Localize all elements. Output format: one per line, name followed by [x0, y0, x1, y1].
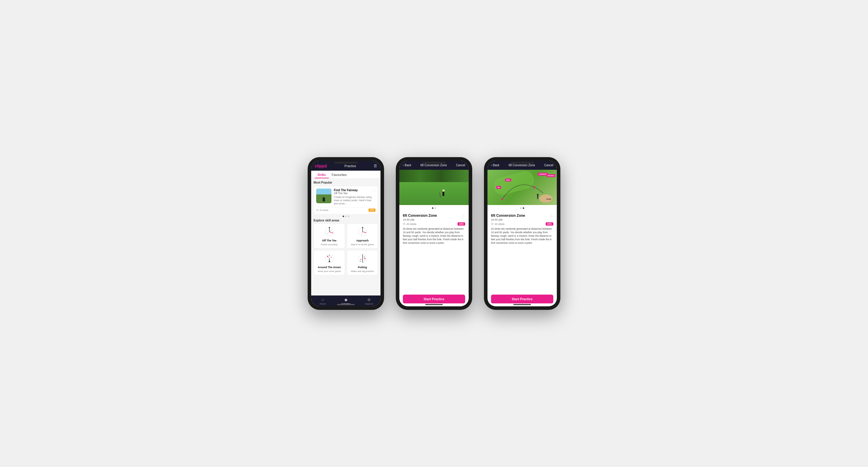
- card-inner: Find The Fairway Off The Tee Create an i…: [316, 189, 375, 205]
- dot-3: [348, 215, 349, 217]
- tab-drills[interactable]: Drills: [315, 171, 329, 178]
- menu-icon[interactable]: ☰: [374, 164, 377, 168]
- image-dots: [399, 206, 469, 209]
- drill-title-row: 6ft Conversion Zone ☆: [403, 213, 465, 218]
- card-footer: ⏱ 10 shots OTT: [316, 207, 375, 212]
- fairway: [399, 182, 469, 205]
- svg-point-26: [501, 198, 503, 200]
- tabs-bar: Drills Favourites: [311, 171, 380, 178]
- start-practice-button[interactable]: Start Practice: [491, 295, 553, 303]
- golf-photo-scene: [399, 170, 469, 205]
- golfer-figure: [442, 190, 445, 198]
- cancel-button[interactable]: Cancel: [456, 164, 465, 167]
- nav-capture-label: Capture: [365, 302, 373, 305]
- drill-range: 10-50 yds: [403, 218, 465, 221]
- map-player: [536, 194, 539, 199]
- svg-line-18: [328, 257, 330, 259]
- most-popular-title: Most Popular: [313, 181, 378, 184]
- back-chevron: ‹: [403, 164, 404, 167]
- off-the-tee-icon: [323, 226, 336, 238]
- skill-card-putting[interactable]: Putting Make and lag practice: [347, 250, 378, 275]
- drill-title: 6ft Conversion Zone: [403, 213, 437, 218]
- skill-desc-ott: Power accuracy: [321, 243, 338, 246]
- back-button[interactable]: ‹ Back: [491, 164, 499, 167]
- svg-line-30: [538, 198, 538, 199]
- practice-content: Most Popular ☆ Find The Fairway Off The …: [311, 178, 380, 296]
- drill-title: 6ft Conversion Zone: [491, 213, 525, 218]
- skill-desc-atg: Hone your short game: [318, 270, 341, 273]
- phone-notch: [334, 162, 358, 164]
- drill-subtitle: Off The Tee: [334, 192, 375, 195]
- skill-name-atg: Around The Green: [318, 266, 341, 269]
- home-bar: [513, 304, 531, 305]
- svg-point-24: [360, 261, 361, 262]
- img-dot-2: [523, 207, 524, 209]
- nav-home[interactable]: ⌂ Home: [311, 297, 334, 305]
- sand-tag: SAND: [545, 198, 552, 201]
- shots-info: ⏱ 10 shots: [316, 209, 328, 211]
- golfer-figure: [322, 197, 325, 201]
- rough-tag: ROUGH: [547, 174, 555, 177]
- drill-detail-content: 6ft Conversion Zone ☆ 10-50 yds ⏱ 20 sho…: [399, 210, 469, 295]
- img-dot-1: [432, 207, 433, 209]
- player-head: [442, 190, 444, 192]
- atg-icon: [323, 253, 336, 265]
- tab-favourites[interactable]: Favourites: [329, 171, 350, 178]
- drill-title-row: 6ft Conversion Zone ☆: [491, 213, 553, 218]
- svg-line-3: [327, 232, 330, 234]
- player-body: [442, 192, 444, 196]
- skill-card-approach[interactable]: Approach Dial-in to hit the green: [347, 224, 378, 248]
- skill-name-putting: Putting: [358, 266, 367, 269]
- image-dots: [488, 206, 557, 209]
- svg-point-17: [329, 255, 330, 256]
- activities-icon: ◈: [344, 297, 348, 302]
- svg-line-9: [363, 232, 366, 233]
- phone-notch: [510, 162, 534, 164]
- svg-line-5: [330, 232, 333, 233]
- nav-capture[interactable]: ⊕ Capture: [357, 297, 380, 305]
- shots-info: ⏱ 20 shots: [403, 223, 416, 226]
- skill-desc-approach: Dial-in to hit the green: [351, 243, 374, 246]
- drill-description-text: 20 shots are randomly generated at dista…: [491, 227, 553, 245]
- img-dot-2: [435, 207, 436, 209]
- shots-count: 20 shots: [406, 223, 416, 226]
- header-title: Practice: [344, 164, 356, 168]
- back-chevron: ‹: [491, 164, 492, 167]
- phone-notch: [422, 162, 446, 164]
- cancel-button[interactable]: Cancel: [544, 164, 553, 167]
- svg-point-7: [362, 227, 363, 228]
- svg-rect-28: [537, 196, 538, 198]
- svg-point-13: [329, 261, 330, 262]
- clock-icon: ⏱: [403, 223, 405, 226]
- phone-3: ‹ Back 6ft Conversion Zone Cancel FAIR: [484, 157, 560, 310]
- favourite-star-icon[interactable]: ☆: [462, 213, 465, 218]
- skill-card-off-the-tee[interactable]: Off The Tee Power accuracy: [313, 224, 345, 248]
- start-practice-button[interactable]: Start Practice: [403, 295, 465, 303]
- svg-line-4: [330, 230, 332, 232]
- carousel-dots: [313, 215, 378, 217]
- trees-background: [399, 170, 469, 184]
- hit-tag: Hit: [496, 186, 501, 189]
- phone-2-screen: ‹ Back 6ft Conversion Zone Cancel: [399, 161, 469, 306]
- drill-description: Create an imaginary fairway using trees …: [334, 196, 375, 205]
- back-button[interactable]: ‹ Back: [403, 164, 411, 167]
- explore-title: Explore skill areas: [313, 219, 378, 222]
- drill-category-tag: ARG: [458, 222, 465, 226]
- capture-icon: ⊕: [367, 297, 371, 302]
- skill-card-atg[interactable]: Around The Green Hone your short game: [313, 250, 345, 275]
- drill-category-tag: ARG: [546, 222, 553, 226]
- golf-scene: [316, 189, 332, 203]
- drill-photo: [399, 170, 469, 205]
- drill-shots-row: ⏱ 20 shots ARG: [491, 222, 553, 226]
- featured-drill-card[interactable]: ☆ Find The Fairway Off The Tee Create an…: [313, 186, 378, 214]
- favourite-star-icon[interactable]: ☆: [550, 213, 553, 218]
- drill-range: 10-50 yds: [491, 218, 553, 221]
- back-label: Back: [493, 164, 499, 167]
- nav-home-label: Home: [320, 302, 326, 305]
- golf-map-scene: FAIRWAY ROUGH Hit Miss SAND: [488, 170, 557, 205]
- miss-tag: Miss: [505, 178, 511, 181]
- skill-grid: Off The Tee Power accuracy: [313, 224, 378, 275]
- svg-point-16: [331, 257, 332, 258]
- favourite-star-icon[interactable]: ☆: [373, 189, 375, 192]
- clock-icon: ⏱: [316, 209, 318, 211]
